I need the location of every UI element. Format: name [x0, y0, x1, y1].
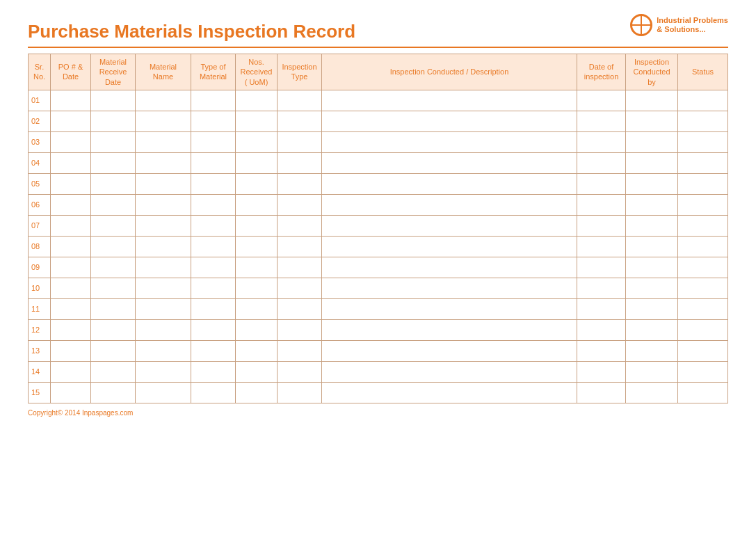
cell-nosrec: [236, 194, 278, 215]
cell-matname: [136, 194, 191, 215]
cell-typemat: [191, 111, 236, 131]
cell-mrdate: [91, 215, 136, 236]
cell-dateinsp: [577, 236, 626, 257]
cell-nosrec: [236, 131, 278, 152]
footer-copyright: Copyright© 2014 Inpaspages.com: [28, 409, 728, 417]
cell-nosrec: [236, 215, 278, 236]
table-row: 10: [29, 278, 728, 298]
cell-mrdate: [91, 278, 136, 298]
cell-mrdate: [91, 340, 136, 361]
cell-insptype: [278, 236, 322, 257]
cell-sr: 15: [29, 382, 51, 403]
cell-typemat: [191, 257, 236, 278]
cell-po: [51, 361, 91, 382]
cell-po: [51, 340, 91, 361]
cell-matname: [136, 361, 191, 382]
cell-po: [51, 90, 91, 111]
table-row: 05: [29, 173, 728, 194]
cell-typemat: [191, 90, 236, 111]
cell-mrdate: [91, 298, 136, 319]
cell-mrdate: [91, 173, 136, 194]
cell-insptype: [278, 340, 322, 361]
cell-typemat: [191, 319, 236, 340]
header-nosrec: Nos.Received( UoM): [236, 54, 278, 90]
cell-sr: 11: [29, 298, 51, 319]
header-inspcond: Inspection Conducted / Description: [322, 54, 577, 90]
cell-condby: [626, 173, 678, 194]
cell-insptype: [278, 131, 322, 152]
cell-matname: [136, 319, 191, 340]
cell-mrdate: [91, 236, 136, 257]
cell-insptype: [278, 90, 322, 111]
table-row: 08: [29, 236, 728, 257]
cell-typemat: [191, 382, 236, 403]
cell-mrdate: [91, 257, 136, 278]
cell-status: [678, 278, 728, 298]
table-row: 15: [29, 382, 728, 403]
cell-inspcond: [322, 215, 577, 236]
table-header-row: Sr.No. PO # &Date MaterialReceiveDate Ma…: [29, 54, 728, 90]
cell-matname: [136, 278, 191, 298]
table-row: 09: [29, 257, 728, 278]
cell-po: [51, 111, 91, 131]
cell-status: [678, 319, 728, 340]
table-row: 06: [29, 194, 728, 215]
cell-nosrec: [236, 382, 278, 403]
cell-matname: [136, 340, 191, 361]
cell-nosrec: [236, 111, 278, 131]
cell-nosrec: [236, 340, 278, 361]
cell-po: [51, 382, 91, 403]
cell-po: [51, 257, 91, 278]
cell-insptype: [278, 257, 322, 278]
cell-insptype: [278, 382, 322, 403]
cell-dateinsp: [577, 152, 626, 173]
cell-status: [678, 131, 728, 152]
cell-typemat: [191, 298, 236, 319]
cell-insptype: [278, 298, 322, 319]
cell-nosrec: [236, 236, 278, 257]
cell-matname: [136, 152, 191, 173]
cell-po: [51, 152, 91, 173]
table-row: 13: [29, 340, 728, 361]
cell-nosrec: [236, 173, 278, 194]
cell-condby: [626, 236, 678, 257]
cell-status: [678, 90, 728, 111]
cell-typemat: [191, 131, 236, 152]
page-title: Purchase Materials Inspection Record: [28, 21, 355, 42]
cell-dateinsp: [577, 215, 626, 236]
cell-insptype: [278, 319, 322, 340]
cell-condby: [626, 257, 678, 278]
cell-condby: [626, 298, 678, 319]
cell-mrdate: [91, 319, 136, 340]
cell-po: [51, 194, 91, 215]
cell-condby: [626, 361, 678, 382]
cell-mrdate: [91, 361, 136, 382]
cell-nosrec: [236, 298, 278, 319]
cell-dateinsp: [577, 340, 626, 361]
cell-condby: [626, 382, 678, 403]
cell-condby: [626, 278, 678, 298]
header-divider: [28, 47, 728, 48]
cell-condby: [626, 152, 678, 173]
table-row: 11: [29, 298, 728, 319]
cell-sr: 14: [29, 361, 51, 382]
header-mrdate: MaterialReceiveDate: [91, 54, 136, 90]
table-row: 12: [29, 319, 728, 340]
cell-inspcond: [322, 194, 577, 215]
cell-insptype: [278, 173, 322, 194]
table-row: 01: [29, 90, 728, 111]
cell-typemat: [191, 215, 236, 236]
cell-mrdate: [91, 111, 136, 131]
cell-status: [678, 382, 728, 403]
header-condby: InspectionConductedby: [626, 54, 678, 90]
cell-insptype: [278, 194, 322, 215]
cell-dateinsp: [577, 194, 626, 215]
cell-inspcond: [322, 236, 577, 257]
cell-nosrec: [236, 90, 278, 111]
cell-sr: 07: [29, 215, 51, 236]
cell-mrdate: [91, 131, 136, 152]
cell-insptype: [278, 152, 322, 173]
cell-nosrec: [236, 152, 278, 173]
cell-mrdate: [91, 194, 136, 215]
cell-status: [678, 298, 728, 319]
